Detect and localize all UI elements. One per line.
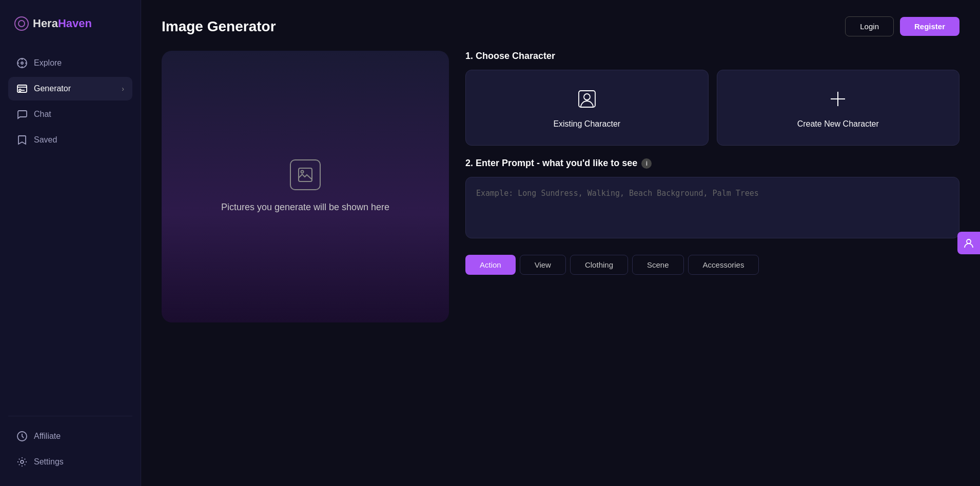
right-panel: 1. Choose Character Existing Character [465,51,959,470]
prompt-section-title: 2. Enter Prompt - what you'd like to see… [465,158,959,169]
svg-point-13 [584,94,590,100]
existing-character-card[interactable]: Existing Character [465,70,709,146]
tab-accessories[interactable]: Accessories [688,255,759,275]
choose-character-title: 1. Choose Character [465,51,959,62]
prompt-textarea[interactable] [465,177,959,238]
sidebar-item-label-explore: Explore [34,58,62,68]
tabs-section: Action View Clothing Scene Accessories [465,255,959,275]
tab-clothing[interactable]: Clothing [570,255,628,275]
tab-action[interactable]: Action [465,255,516,275]
sidebar-item-label-chat: Chat [34,110,51,119]
compass-icon [16,57,28,69]
prompt-section: 2. Enter Prompt - what you'd like to see… [465,158,959,238]
sidebar-bottom: Affiliate Settings [8,416,132,474]
sidebar-item-explore[interactable]: Explore [8,51,132,75]
tab-view[interactable]: View [520,255,566,275]
tab-scene[interactable]: Scene [632,255,684,275]
character-options: Existing Character Create New Character [465,70,959,146]
create-character-card[interactable]: Create New Character [717,70,960,146]
logo-text: HeraHaven [33,17,92,30]
choose-character-section: 1. Choose Character Existing Character [465,51,959,146]
bookmark-icon [16,134,28,146]
register-button[interactable]: Register [900,17,959,36]
sidebar-item-settings[interactable]: Settings [8,450,132,474]
svg-point-16 [967,239,971,244]
floating-avatar-button[interactable] [957,232,980,254]
image-placeholder-icon [290,159,321,190]
logo: HeraHaven [8,12,132,35]
svg-rect-6 [17,85,27,92]
create-character-icon [826,87,850,111]
logo-hera: Hera [33,17,58,30]
sidebar-item-label-generator: Generator [34,84,71,93]
svg-point-7 [19,89,21,91]
sidebar-item-label-affiliate: Affiliate [34,432,61,441]
sidebar-item-saved[interactable]: Saved [8,128,132,152]
content-area: Pictures you generate will be shown here… [162,51,959,470]
svg-point-9 [21,460,24,463]
chevron-right-icon: › [122,85,124,93]
info-icon[interactable]: i [641,158,652,169]
sidebar-item-affiliate[interactable]: Affiliate [8,424,132,448]
sidebar-item-generator[interactable]: Generator › [8,77,132,100]
nav-items: Explore Generator › Chat [8,51,132,408]
settings-icon [16,456,28,468]
sidebar-item-label-settings: Settings [34,457,64,467]
image-preview-panel: Pictures you generate will be shown here [162,51,449,322]
page-header: Image Generator Login Register [162,16,959,36]
image-preview-text: Pictures you generate will be shown here [221,200,389,214]
existing-character-icon [575,87,599,111]
logo-haven: Haven [58,17,92,30]
page-title: Image Generator [162,18,276,35]
svg-point-11 [301,170,304,173]
main-content: Image Generator Login Register Pictures … [141,0,980,486]
svg-rect-10 [299,168,312,181]
generator-icon [16,83,28,94]
create-character-label: Create New Character [797,119,879,129]
affiliate-icon [16,431,28,442]
chat-icon [16,109,28,120]
existing-character-label: Existing Character [553,119,620,129]
sidebar-item-label-saved: Saved [34,135,57,145]
sidebar: HeraHaven Explore [0,0,141,486]
svg-point-1 [21,62,23,64]
sidebar-item-chat[interactable]: Chat [8,103,132,126]
login-button[interactable]: Login [845,16,894,36]
header-actions: Login Register [845,16,959,36]
logo-icon [14,16,29,31]
